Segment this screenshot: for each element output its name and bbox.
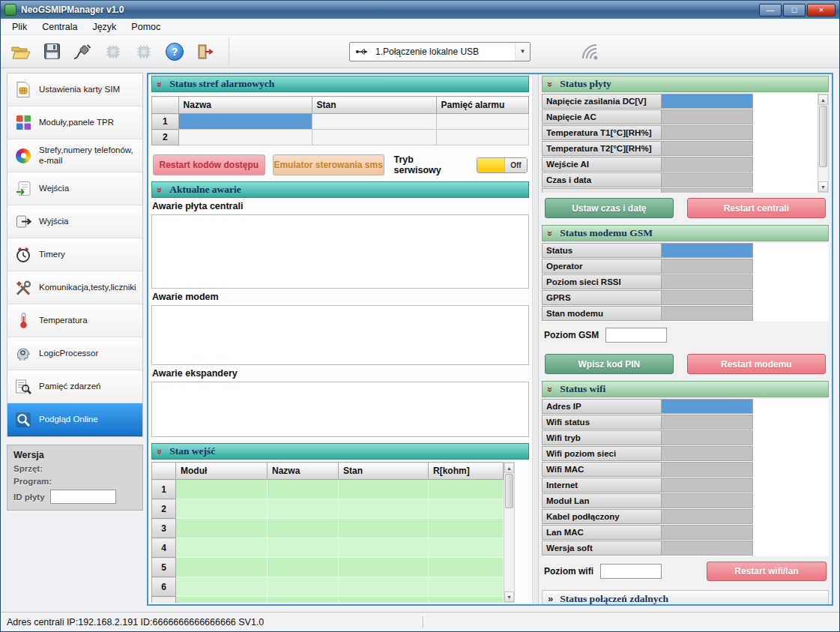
input-cell[interactable] <box>339 499 429 519</box>
input-cell[interactable] <box>429 499 504 519</box>
column-header[interactable]: Stan <box>312 97 436 114</box>
exit-button[interactable] <box>193 40 218 64</box>
inputs-scrollbar[interactable]: ▲ ▼ <box>504 462 515 603</box>
remote-status-header[interactable]: » Status połączeń zdalnych <box>542 590 829 604</box>
sidebar-item-timers[interactable]: Timery <box>7 238 142 271</box>
wifi-level-input[interactable] <box>600 564 662 579</box>
alarm-zone-row[interactable]: 2 <box>152 130 529 145</box>
input-row[interactable]: 1 <box>152 480 504 499</box>
input-row[interactable]: 4 <box>152 538 504 558</box>
input-cell[interactable] <box>429 538 504 558</box>
input-row[interactable]: 3 <box>152 519 504 538</box>
input-cell[interactable] <box>429 577 504 597</box>
column-header[interactable]: Nazwa <box>268 463 339 480</box>
input-cell[interactable] <box>268 558 339 577</box>
input-cell[interactable] <box>429 480 504 499</box>
column-header[interactable]: Moduł <box>176 463 268 480</box>
sidebar-item-communication[interactable]: Komunikacja,testy,liczniki <box>7 271 142 304</box>
sidebar-item-zones[interactable]: Strefy,numery telefonów, e-mail <box>7 139 142 172</box>
input-cell[interactable] <box>176 480 268 499</box>
input-cell[interactable] <box>339 538 429 558</box>
alarm-cell[interactable] <box>178 130 312 145</box>
input-cell[interactable] <box>176 499 268 519</box>
input-cell[interactable] <box>176 538 268 558</box>
input-row[interactable]: 6 <box>152 577 504 597</box>
column-header[interactable]: Nazwa <box>178 97 312 114</box>
menu-item-1[interactable]: Centrala <box>35 20 84 34</box>
sidebar-item-sim[interactable]: Ustawienia karty SIM <box>7 73 142 106</box>
scroll-up-icon[interactable]: ▲ <box>818 94 828 105</box>
menu-item-0[interactable]: Plik <box>5 20 34 34</box>
faults-header[interactable]: » Aktualne awarie <box>151 181 529 198</box>
input-cell[interactable] <box>176 577 268 597</box>
column-header[interactable]: Pamięć alarmu <box>436 97 528 114</box>
input-cell[interactable] <box>339 558 429 577</box>
column-header[interactable]: Stan <box>339 463 429 480</box>
restart-codes-button[interactable]: Restart kodów dostępu <box>153 154 265 175</box>
menu-item-2[interactable]: Język <box>85 20 123 34</box>
input-cell[interactable] <box>176 558 268 577</box>
scrollbar-thumb[interactable] <box>505 474 513 508</box>
sidebar-item-modules[interactable]: Moduły,panele TPR <box>7 106 142 139</box>
sidebar-item-events[interactable]: Pamięć zdarzeń <box>7 370 142 403</box>
help-button[interactable]: ? <box>162 40 187 64</box>
gsm-level-input[interactable] <box>605 328 667 343</box>
input-cell[interactable] <box>339 480 429 499</box>
input-cell[interactable] <box>339 597 429 604</box>
sidebar-item-outputs[interactable]: Wyjścia <box>7 205 142 238</box>
column-header[interactable]: R[kohm] <box>429 463 504 480</box>
input-row[interactable]: 5 <box>152 558 504 577</box>
sidebar-item-logicprocessor[interactable]: LogicProcessor <box>7 337 142 370</box>
open-button[interactable] <box>8 40 34 64</box>
wifi-status-header[interactable]: » Status wifi <box>542 381 829 397</box>
board-scrollbar[interactable]: ▲ ▼ <box>818 94 829 193</box>
alarm-cell[interactable] <box>436 130 528 145</box>
gsm-status-header[interactable]: » Status modemu GSM <box>542 225 829 241</box>
input-cell[interactable] <box>429 597 504 604</box>
input-cell[interactable] <box>339 519 429 538</box>
restart-central-button[interactable]: Restart centrali <box>687 198 826 218</box>
input-cell[interactable] <box>268 577 339 597</box>
restart-wifi-button[interactable]: Restart wifi/lan <box>707 562 827 581</box>
scrollbar-thumb[interactable] <box>819 106 827 167</box>
input-row[interactable]: 7 <box>152 597 504 604</box>
alarm-cell[interactable] <box>178 114 312 130</box>
input-cell[interactable] <box>176 519 268 538</box>
connect-button[interactable] <box>70 40 95 64</box>
close-button[interactable]: × <box>807 4 836 16</box>
input-cell[interactable] <box>268 519 339 538</box>
input-cell[interactable] <box>268 597 339 604</box>
input-cell[interactable] <box>176 597 268 604</box>
sidebar-item-online[interactable]: Podgląd Online <box>7 403 142 436</box>
input-cell[interactable] <box>429 558 504 577</box>
title-bar[interactable]: NeoGSMIPManager v1.0 — □ × <box>1 1 839 19</box>
enter-pin-button[interactable]: Wpisz kod PIN <box>545 354 674 374</box>
alarm-cell[interactable] <box>312 130 436 145</box>
scroll-down-icon[interactable]: ▼ <box>504 592 514 602</box>
set-time-button[interactable]: Ustaw czas i datę <box>545 198 674 218</box>
alarm-zones-header[interactable]: » Status stref alarmowych <box>151 76 529 92</box>
input-row[interactable]: 2 <box>152 499 504 519</box>
save-button[interactable] <box>39 40 64 64</box>
connection-select[interactable]: 1.Połączenie lokalne USB ▼ <box>349 42 531 61</box>
inputs-state-header[interactable]: » Stan wejść <box>151 443 529 460</box>
input-cell[interactable] <box>429 519 504 538</box>
alarm-cell[interactable] <box>436 114 528 130</box>
service-mode-toggle[interactable]: Off <box>477 157 528 173</box>
input-cell[interactable] <box>268 538 339 558</box>
sidebar-item-inputs[interactable]: Wejścia <box>7 172 142 205</box>
alarm-zone-row[interactable]: 1 <box>152 114 529 130</box>
sms-emulator-button[interactable]: Emulator sterowania sms <box>273 154 384 175</box>
scroll-down-icon[interactable]: ▼ <box>818 181 828 192</box>
restart-modem-button[interactable]: Restart modemu <box>687 354 826 374</box>
board-status-header[interactable]: » Status płyty <box>542 76 829 92</box>
scroll-up-icon[interactable]: ▲ <box>504 463 514 473</box>
panel-splitter[interactable] <box>532 74 538 604</box>
input-cell[interactable] <box>339 577 429 597</box>
input-cell[interactable] <box>268 480 339 499</box>
dropdown-arrow-icon[interactable]: ▼ <box>515 43 530 61</box>
input-cell[interactable] <box>268 499 339 519</box>
minimize-button[interactable]: — <box>759 4 782 16</box>
board-id-input[interactable] <box>50 490 116 504</box>
menu-item-3[interactable]: Pomoc <box>124 20 167 34</box>
